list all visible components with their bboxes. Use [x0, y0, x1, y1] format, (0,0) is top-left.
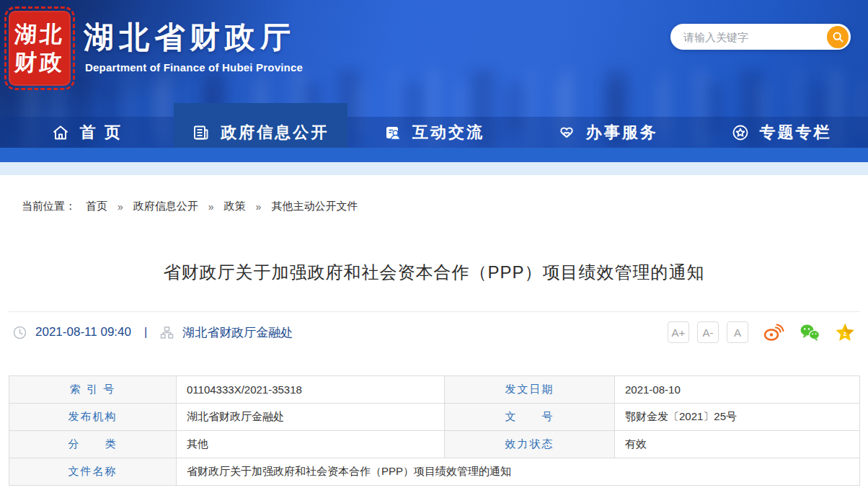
breadcrumb-item-other-docs[interactable]: 其他主动公开文件 — [271, 200, 358, 213]
nav-item-interaction[interactable]: 互动交流 — [347, 117, 521, 148]
font-smaller-button[interactable]: A- — [697, 321, 719, 343]
nav-item-home[interactable]: 首 页 — [0, 117, 174, 148]
breadcrumb-prefix: 当前位置： — [22, 200, 76, 213]
font-larger-button[interactable]: A+ — [668, 321, 689, 343]
field-label-document-name: 文件名称 — [9, 458, 177, 486]
page: 湖北 财政 湖北省财政厅 Department of Finance of Hu… — [0, 0, 868, 498]
breadcrumb-separator: » — [256, 201, 262, 213]
main-navigation: 首 页 政府信息公开 互动交流 办事服务 专题专栏 — [0, 117, 868, 148]
article-meta-right: A+ A- A z — [668, 321, 855, 343]
clock-icon — [13, 326, 27, 339]
field-value-index-number: 01104333X/2021-35318 — [177, 376, 445, 404]
field-label-issue-date: 发文日期 — [445, 376, 615, 404]
breadcrumb-item-policy[interactable]: 政策 — [224, 200, 246, 213]
breadcrumb-separator: » — [118, 201, 123, 213]
search-bar — [670, 24, 851, 50]
article-meta-left: 2021-08-11 09:40 | 湖北省财政厅金融处 — [13, 324, 293, 341]
organization-icon — [160, 326, 174, 339]
seal-text-line1: 湖北 — [14, 20, 66, 48]
search-input[interactable] — [683, 31, 827, 43]
meta-separator: | — [144, 326, 147, 339]
field-label-category: 分 类 — [9, 431, 177, 458]
nav-item-services[interactable]: 办事服务 — [521, 117, 694, 148]
home-icon — [51, 123, 70, 142]
svg-text:z: z — [843, 329, 847, 337]
search-icon — [832, 31, 844, 43]
nav-item-gov-info[interactable]: 政府信息公开 — [174, 117, 347, 148]
breadcrumb: 当前位置： 首页 » 政府信息公开 » 政策 » 其他主动公开文件 — [22, 200, 859, 213]
field-value-category: 其他 — [177, 431, 445, 458]
table-row: 分 类 其他 效力状态 有效 — [9, 431, 860, 458]
field-value-document-number: 鄂财金发〔2021〕25号 — [615, 404, 860, 431]
field-value-issuing-agency: 湖北省财政厅金融处 — [177, 404, 445, 431]
star-circle-icon — [731, 123, 750, 142]
article-meta-bar: 2021-08-11 09:40 | 湖北省财政厅金融处 A+ A- A z — [9, 312, 859, 352]
field-value-document-name: 省财政厅关于加强政府和社会资本合作（PPP）项目绩效管理的通知 — [177, 458, 860, 486]
breadcrumb-item-home[interactable]: 首页 — [86, 200, 107, 213]
seal-text-line2: 财政 — [14, 48, 66, 76]
breadcrumb-separator: » — [208, 201, 214, 213]
field-label-issuing-agency: 发布机构 — [9, 404, 177, 431]
nav-label: 政府信息公开 — [221, 122, 329, 143]
qzone-share-icon[interactable]: z — [835, 323, 855, 342]
field-label-index-number: 索 引 号 — [9, 376, 177, 404]
table-row: 文件名称 省财政厅关于加强政府和社会资本合作（PPP）项目绩效管理的通知 — [9, 458, 860, 486]
site-title-english: Department of Finance of Hubei Province — [85, 61, 303, 74]
font-reset-button[interactable]: A — [727, 321, 748, 343]
hearts-icon — [557, 123, 576, 142]
wechat-share-icon[interactable] — [799, 323, 820, 342]
field-value-validity-status: 有效 — [615, 431, 860, 458]
field-label-document-number: 文 号 — [445, 404, 615, 431]
document-icon — [192, 123, 211, 142]
publish-time: 2021-08-11 09:40 — [35, 325, 131, 339]
nav-bottom-strip — [0, 148, 868, 162]
site-title: 湖北省财政厅 — [84, 17, 296, 58]
light-blue-band — [0, 162, 868, 175]
nav-label: 专题专栏 — [760, 122, 832, 143]
search-button[interactable] — [827, 26, 849, 48]
field-value-issue-date: 2021-08-10 — [615, 376, 860, 404]
agency-seal-logo[interactable]: 湖北 财政 — [9, 11, 71, 86]
nav-label: 办事服务 — [586, 122, 658, 143]
chat-person-icon — [384, 123, 402, 142]
field-label-validity-status: 效力状态 — [445, 431, 615, 458]
nav-item-special-topics[interactable]: 专题专栏 — [694, 117, 868, 148]
table-row: 发布机构 湖北省财政厅金融处 文 号 鄂财金发〔2021〕25号 — [9, 404, 860, 431]
document-info-table: 索 引 号 01104333X/2021-35318 发文日期 2021-08-… — [9, 375, 860, 486]
breadcrumb-item-gov-info[interactable]: 政府信息公开 — [133, 200, 198, 213]
article-title: 省财政厅关于加强政府和社会资本合作（PPP）项目绩效管理的通知 — [9, 261, 859, 284]
main-content: 当前位置： 首页 » 政府信息公开 » 政策 » 其他主动公开文件 省财政厅关于… — [0, 175, 868, 486]
weibo-share-icon[interactable] — [763, 323, 784, 342]
nav-label: 互动交流 — [412, 122, 484, 143]
nav-label: 首 页 — [80, 122, 123, 143]
source-department[interactable]: 湖北省财政厅金融处 — [182, 324, 293, 341]
table-row: 索 引 号 01104333X/2021-35318 发文日期 2021-08-… — [9, 376, 860, 404]
